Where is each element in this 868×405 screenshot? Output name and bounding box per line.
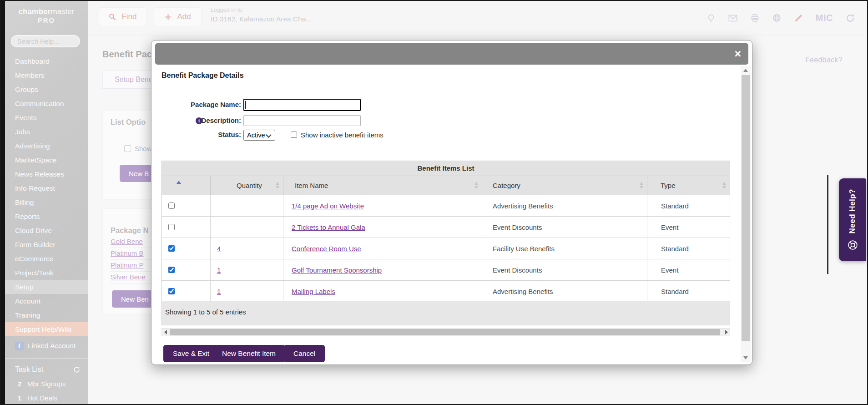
column-header-type[interactable]: Type <box>647 176 730 195</box>
life-buoy-icon <box>847 239 858 251</box>
horizontal-scroll-thumb[interactable] <box>170 329 720 335</box>
category-cell: Event Discounts <box>482 217 647 238</box>
need-help-tab[interactable]: Need Help? <box>839 178 866 261</box>
item-name-link[interactable]: 2 Tickets to Annual Gala <box>292 223 365 231</box>
table-row: 4 Conference Room Use Facility Use Benef… <box>162 238 730 259</box>
scroll-left-icon[interactable] <box>162 329 169 336</box>
scroll-right-icon[interactable] <box>723 329 730 336</box>
description-label: Description: <box>170 116 241 124</box>
status-value: Active <box>247 132 265 139</box>
horizontal-scrollbar[interactable] <box>161 328 730 336</box>
sort-icons <box>640 182 643 189</box>
item-name-link[interactable]: 1/4 page Ad on Website <box>292 202 364 210</box>
table-row: 1 Mailing Labels Advertising Benefits St… <box>162 281 730 302</box>
quantity-cell: 4 <box>211 238 283 259</box>
description-input[interactable] <box>243 115 361 126</box>
category-cell: Event Discounts <box>482 259 647 280</box>
sort-icons <box>722 182 726 189</box>
quantity-cell: 1 <box>211 281 283 302</box>
type-cell: Event <box>647 217 730 238</box>
column-header-item-name[interactable]: Item Name <box>283 176 482 195</box>
category-cell: Facility Use Benefits <box>482 238 647 259</box>
need-help-label: Need Help? <box>848 189 857 234</box>
row-checkbox[interactable] <box>168 288 175 294</box>
app-window: chambermaster PRO Dashboard Members Grou… <box>0 0 868 405</box>
category-cell: Advertising Benefits <box>482 281 647 302</box>
table-row: 2 Tickets to Annual Gala Event Discounts… <box>162 217 730 238</box>
status-select[interactable]: Active <box>243 130 275 141</box>
row-checkbox[interactable] <box>168 245 175 252</box>
category-cell: Advertising Benefits <box>482 195 647 216</box>
table-footer: Showing 1 to 5 of 5 entries <box>161 301 730 325</box>
sort-icons <box>474 182 478 189</box>
type-cell: Event <box>647 259 730 280</box>
show-inactive-checkbox[interactable] <box>291 132 297 138</box>
table-row: 1/4 page Ad on Website Advertising Benef… <box>162 195 730 217</box>
row-checkbox[interactable] <box>168 202 175 209</box>
benefit-items-table: Benefit Items List Quantity Item Name Ca… <box>161 161 730 303</box>
table-caption: Benefit Items List <box>162 161 730 176</box>
show-inactive-label: Show inactive benefit items <box>301 131 384 139</box>
chevron-down-icon <box>266 132 272 138</box>
type-cell: Standard <box>647 238 730 259</box>
row-checkbox[interactable] <box>168 224 175 230</box>
vertical-scrollbar[interactable] <box>741 66 751 362</box>
sort-icons <box>276 182 279 189</box>
benefit-package-details-modal: × Benefit Package Details Package Name: … <box>151 40 752 365</box>
new-benefit-item-button[interactable]: New Benefit Item <box>212 345 285 362</box>
type-cell: Standard <box>647 195 730 216</box>
type-cell: Standard <box>647 281 730 302</box>
close-icon[interactable]: × <box>734 47 741 60</box>
package-name-label: Package Name: <box>170 101 241 108</box>
column-header-quantity[interactable]: Quantity <box>211 176 283 195</box>
column-header-select[interactable] <box>162 176 211 195</box>
save-exit-button[interactable]: Save & Exit <box>163 345 219 362</box>
modal-title-bar[interactable]: × <box>155 43 748 65</box>
package-name-input[interactable] <box>243 99 361 111</box>
right-edge-line <box>827 175 828 274</box>
quantity-cell <box>211 195 283 216</box>
sort-asc-icon <box>177 181 181 184</box>
vertical-scroll-thumb[interactable] <box>742 75 750 341</box>
scroll-down-icon[interactable] <box>741 354 751 362</box>
column-header-category[interactable]: Category <box>482 176 647 195</box>
modal-title: Benefit Package Details <box>161 71 244 80</box>
table-header-row: Quantity Item Name Category Type <box>162 176 730 195</box>
item-name-link[interactable]: Conference Room Use <box>292 245 361 253</box>
window-edge <box>1 1 5 404</box>
item-name-link[interactable]: Golf Tournament Sponsorship <box>292 266 382 274</box>
scroll-up-icon[interactable] <box>741 66 751 74</box>
text-caret <box>245 101 246 109</box>
row-checkbox[interactable] <box>168 267 175 273</box>
table-row: 1 Golf Tournament Sponsorship Event Disc… <box>162 259 730 281</box>
quantity-cell <box>211 217 283 238</box>
item-name-link[interactable]: Mailing Labels <box>292 288 335 295</box>
status-label: Status: <box>170 131 241 138</box>
cancel-button[interactable]: Cancel <box>284 345 325 362</box>
quantity-cell: 1 <box>211 259 283 280</box>
